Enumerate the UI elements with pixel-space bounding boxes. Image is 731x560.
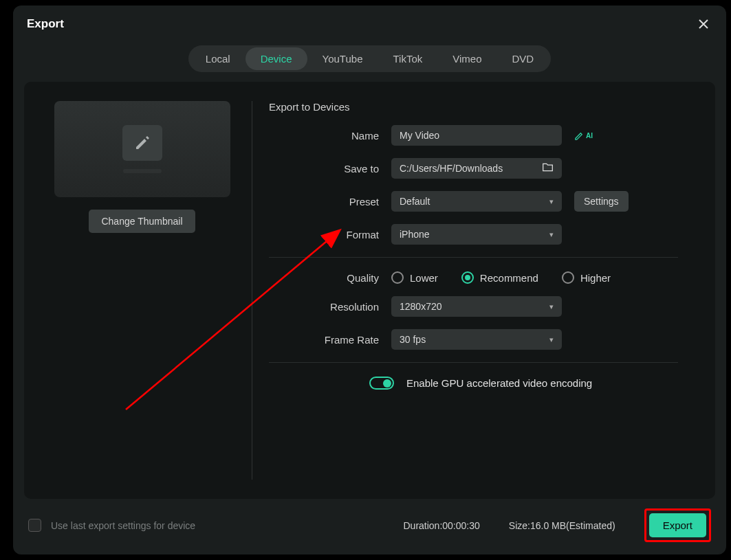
separator (269, 257, 678, 258)
label-name: Name (269, 130, 391, 142)
dialog-header: Export (13, 5, 726, 40)
chevron-down-icon: ▾ (549, 197, 554, 206)
export-button-highlight: Export (644, 508, 711, 542)
gpu-toggle-label: Enable GPU accelerated video encoding (406, 377, 592, 389)
dialog-footer: Use last export settings for device Dura… (13, 499, 726, 555)
export-button[interactable]: Export (649, 513, 706, 537)
settings-column: Export to Devices Name AI Save to C:/Use… (255, 101, 699, 480)
tabs-container: Local Device YouTube TikTok Vimeo DVD (13, 40, 726, 82)
save-to-value: C:/Users/HF/Downloads (400, 163, 503, 174)
resolution-select[interactable]: 1280x720 ▾ (391, 296, 562, 317)
thumbnail-column: Change Thumbnail (41, 101, 243, 480)
row-name: Name AI (269, 125, 699, 146)
label-format: Format (269, 229, 391, 240)
row-preset: Preset Default ▾ Settings (269, 191, 699, 212)
use-last-settings-checkbox[interactable] (28, 519, 41, 532)
separator (269, 362, 678, 363)
tab-dvd[interactable]: DVD (497, 47, 549, 70)
preset-select[interactable]: Default ▾ (391, 191, 562, 212)
gpu-toggle[interactable] (369, 377, 394, 390)
quality-radio-group: Lower Recommend Higher (391, 271, 611, 284)
chevron-down-icon: ▾ (549, 302, 554, 311)
tab-tiktok[interactable]: TikTok (378, 47, 437, 70)
use-last-settings-label: Use last export settings for device (51, 520, 195, 531)
change-thumbnail-button[interactable]: Change Thumbnail (89, 210, 195, 233)
row-save-to: Save to C:/Users/HF/Downloads (269, 158, 699, 179)
tab-local[interactable]: Local (190, 47, 246, 70)
section-title: Export to Devices (269, 101, 699, 113)
radio-icon (562, 271, 574, 284)
label-save-to: Save to (269, 163, 391, 175)
duration-stat: Duration:00:00:30 (403, 520, 479, 531)
label-frame-rate: Frame Rate (269, 334, 391, 346)
row-format: Format iPhone ▾ (269, 224, 699, 245)
tab-youtube[interactable]: YouTube (307, 47, 378, 70)
export-dialog: Export Local Device YouTube TikTok Vimeo… (13, 5, 726, 555)
quality-recommend[interactable]: Recommend (461, 271, 538, 284)
row-quality: Quality Lower Recommend Higher (269, 271, 699, 284)
preset-value: Default (400, 196, 430, 207)
label-quality: Quality (269, 272, 391, 284)
export-panel: Change Thumbnail Export to Devices Name … (24, 82, 715, 499)
toggle-knob (383, 379, 391, 388)
quality-lower[interactable]: Lower (391, 271, 438, 284)
chevron-down-icon: ▾ (549, 335, 554, 344)
frame-rate-select[interactable]: 30 fps ▾ (391, 329, 562, 350)
ai-rename-icon[interactable]: AI (574, 131, 593, 141)
chevron-down-icon: ▾ (549, 230, 554, 239)
export-tabs: Local Device YouTube TikTok Vimeo DVD (188, 45, 551, 72)
row-resolution: Resolution 1280x720 ▾ (269, 296, 699, 317)
name-input[interactable] (391, 125, 562, 146)
preset-settings-button[interactable]: Settings (574, 191, 629, 212)
radio-icon (461, 271, 474, 284)
format-value: iPhone (400, 229, 430, 240)
edit-icon (122, 125, 162, 161)
tab-device[interactable]: Device (246, 47, 307, 70)
row-gpu-toggle: Enable GPU accelerated video encoding (369, 377, 699, 390)
save-to-input[interactable]: C:/Users/HF/Downloads (391, 158, 562, 179)
close-icon[interactable] (695, 15, 712, 33)
panel-divider (252, 101, 252, 480)
folder-icon[interactable] (542, 162, 554, 175)
label-resolution: Resolution (269, 301, 391, 313)
label-preset: Preset (269, 196, 391, 208)
tab-vimeo[interactable]: Vimeo (437, 47, 497, 70)
frame-rate-value: 30 fps (400, 334, 426, 345)
quality-higher[interactable]: Higher (562, 271, 611, 284)
size-stat: Size:16.0 MB(Estimated) (509, 520, 615, 531)
dialog-title: Export (27, 17, 64, 31)
thumbnail-preview (54, 101, 230, 197)
format-select[interactable]: iPhone ▾ (391, 224, 562, 245)
resolution-value: 1280x720 (400, 301, 442, 312)
thumbnail-placeholder-line (123, 169, 162, 173)
radio-icon (391, 271, 404, 284)
row-frame-rate: Frame Rate 30 fps ▾ (269, 329, 699, 350)
